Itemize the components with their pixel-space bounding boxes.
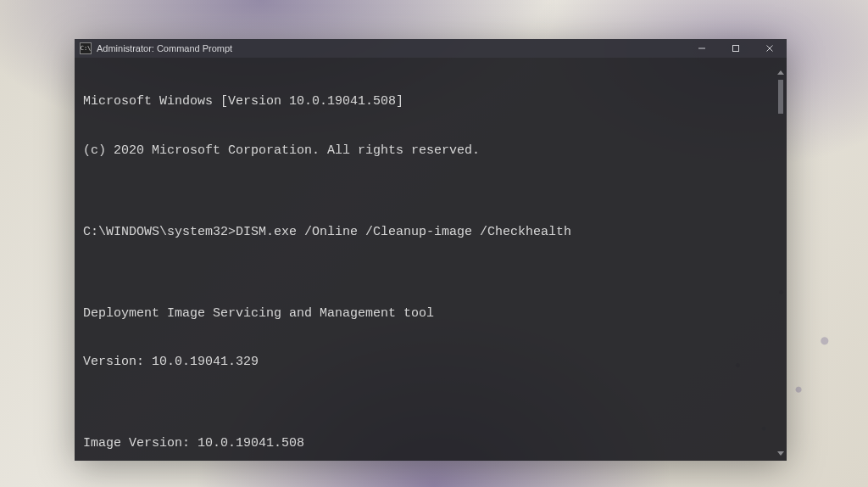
minimize-button[interactable] — [685, 39, 719, 58]
terminal-line: Deployment Image Servicing and Managemen… — [83, 305, 778, 322]
scrollbar-thumb[interactable] — [778, 80, 783, 114]
command-prompt-window: C:\ Administrator: Command Prompt Micros… — [75, 39, 787, 461]
terminal-line: (c) 2020 Microsoft Corporation. All righ… — [83, 143, 778, 159]
maximize-button[interactable] — [719, 39, 753, 58]
terminal-output[interactable]: Microsoft Windows [Version 10.0.19041.50… — [75, 58, 787, 461]
window-title: Administrator: Command Prompt — [97, 43, 232, 53]
cmd-icon: C:\ — [80, 42, 92, 54]
svg-rect-1 — [733, 46, 739, 52]
window-controls — [685, 39, 787, 58]
close-button[interactable] — [753, 39, 787, 58]
terminal-line: Version: 10.0.19041.329 — [83, 354, 778, 370]
terminal-line: Image Version: 10.0.19041.508 — [83, 435, 778, 451]
scrollbar[interactable] — [775, 58, 787, 461]
scrollbar-down-icon[interactable] — [776, 449, 785, 457]
terminal-line: C:\WINDOWS\system32>DISM.exe /Online /Cl… — [83, 224, 778, 240]
titlebar[interactable]: C:\ Administrator: Command Prompt — [75, 39, 787, 58]
scrollbar-up-icon[interactable] — [776, 68, 785, 76]
terminal-line: Microsoft Windows [Version 10.0.19041.50… — [83, 93, 778, 109]
